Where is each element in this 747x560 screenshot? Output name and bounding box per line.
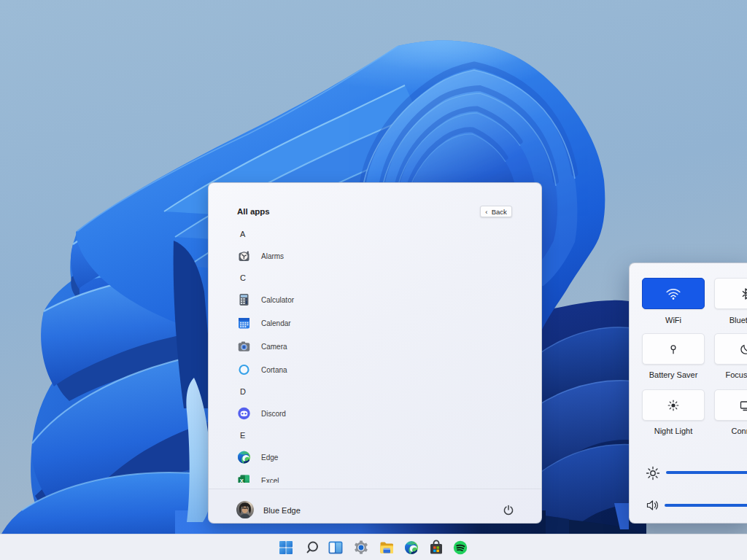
svg-text:X: X <box>240 478 244 483</box>
